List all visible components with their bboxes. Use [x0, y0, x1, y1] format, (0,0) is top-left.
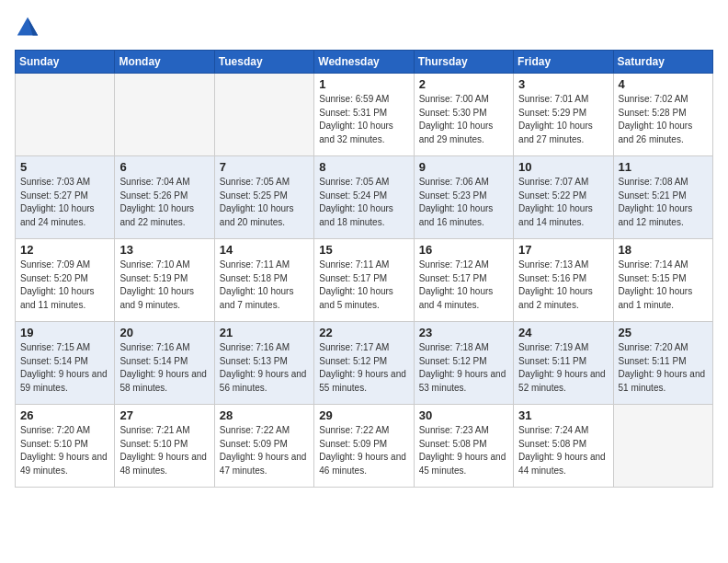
- calendar-week-row: 26Sunrise: 7:20 AM Sunset: 5:10 PM Dayli…: [16, 405, 713, 488]
- calendar-day-cell: 3Sunrise: 7:01 AM Sunset: 5:29 PM Daylig…: [514, 74, 613, 156]
- day-info: Sunrise: 7:24 AM Sunset: 5:08 PM Dayligh…: [518, 424, 608, 477]
- calendar-day-cell: 9Sunrise: 7:06 AM Sunset: 5:23 PM Daylig…: [414, 156, 513, 239]
- day-number: 8: [319, 160, 408, 174]
- day-number: 4: [619, 77, 708, 91]
- day-info: Sunrise: 7:19 AM Sunset: 5:11 PM Dayligh…: [518, 341, 608, 395]
- day-number: 10: [518, 160, 608, 174]
- calendar-week-row: 12Sunrise: 7:09 AM Sunset: 5:20 PM Dayli…: [16, 239, 713, 322]
- calendar-day-cell: 5Sunrise: 7:03 AM Sunset: 5:27 PM Daylig…: [16, 156, 115, 239]
- calendar-table: SundayMondayTuesdayWednesdayThursdayFrid…: [15, 50, 713, 488]
- calendar-week-row: 19Sunrise: 7:15 AM Sunset: 5:14 PM Dayli…: [16, 322, 713, 405]
- day-number: 6: [119, 160, 209, 174]
- calendar-day-cell: 8Sunrise: 7:05 AM Sunset: 5:24 PM Daylig…: [314, 156, 414, 239]
- calendar-day-cell: [613, 405, 712, 488]
- day-info: Sunrise: 7:11 AM Sunset: 5:18 PM Dayligh…: [220, 259, 309, 312]
- day-info: Sunrise: 7:05 AM Sunset: 5:25 PM Dayligh…: [220, 176, 309, 229]
- calendar-day-cell: [16, 74, 115, 156]
- day-number: 5: [20, 160, 109, 174]
- day-number: 11: [619, 160, 708, 174]
- calendar-week-row: 5Sunrise: 7:03 AM Sunset: 5:27 PM Daylig…: [16, 156, 713, 239]
- day-info: Sunrise: 7:16 AM Sunset: 5:13 PM Dayligh…: [220, 341, 309, 395]
- weekday-header-saturday: Saturday: [613, 51, 712, 74]
- calendar-day-cell: 31Sunrise: 7:24 AM Sunset: 5:08 PM Dayli…: [514, 405, 613, 488]
- day-number: 9: [419, 160, 508, 174]
- day-info: Sunrise: 7:22 AM Sunset: 5:09 PM Dayligh…: [220, 424, 309, 477]
- day-number: 30: [419, 408, 508, 422]
- day-info: Sunrise: 7:18 AM Sunset: 5:12 PM Dayligh…: [419, 341, 508, 395]
- day-number: 24: [518, 326, 608, 339]
- calendar-day-cell: [115, 74, 214, 156]
- calendar-day-cell: 19Sunrise: 7:15 AM Sunset: 5:14 PM Dayli…: [16, 322, 115, 405]
- day-info: Sunrise: 7:07 AM Sunset: 5:22 PM Dayligh…: [518, 176, 608, 229]
- day-info: Sunrise: 7:14 AM Sunset: 5:15 PM Dayligh…: [619, 259, 708, 312]
- logo: [15, 15, 44, 40]
- day-info: Sunrise: 7:11 AM Sunset: 5:17 PM Dayligh…: [319, 259, 408, 312]
- day-number: 12: [20, 243, 109, 257]
- calendar-day-cell: 29Sunrise: 7:22 AM Sunset: 5:09 PM Dayli…: [314, 405, 414, 488]
- day-number: 14: [220, 243, 309, 257]
- calendar-day-cell: 6Sunrise: 7:04 AM Sunset: 5:26 PM Daylig…: [115, 156, 214, 239]
- day-number: 21: [220, 326, 309, 339]
- day-info: Sunrise: 6:59 AM Sunset: 5:31 PM Dayligh…: [319, 93, 408, 146]
- day-number: 29: [319, 408, 408, 422]
- day-number: 13: [119, 243, 209, 257]
- day-number: 15: [319, 243, 408, 257]
- day-info: Sunrise: 7:01 AM Sunset: 5:29 PM Dayligh…: [518, 93, 608, 146]
- day-number: 28: [220, 408, 309, 422]
- header: [15, 15, 713, 40]
- calendar-day-cell: 14Sunrise: 7:11 AM Sunset: 5:18 PM Dayli…: [214, 239, 313, 322]
- day-number: 22: [319, 326, 408, 339]
- calendar-day-cell: 28Sunrise: 7:22 AM Sunset: 5:09 PM Dayli…: [214, 405, 313, 488]
- calendar-day-cell: 20Sunrise: 7:16 AM Sunset: 5:14 PM Dayli…: [115, 322, 214, 405]
- calendar-page: SundayMondayTuesdayWednesdayThursdayFrid…: [0, 0, 728, 497]
- day-info: Sunrise: 7:00 AM Sunset: 5:30 PM Dayligh…: [419, 93, 508, 146]
- calendar-header-row: SundayMondayTuesdayWednesdayThursdayFrid…: [16, 51, 713, 74]
- calendar-day-cell: 10Sunrise: 7:07 AM Sunset: 5:22 PM Dayli…: [514, 156, 613, 239]
- day-number: 7: [220, 160, 309, 174]
- day-info: Sunrise: 7:09 AM Sunset: 5:20 PM Dayligh…: [20, 259, 109, 312]
- day-info: Sunrise: 7:08 AM Sunset: 5:21 PM Dayligh…: [619, 176, 708, 229]
- calendar-day-cell: 23Sunrise: 7:18 AM Sunset: 5:12 PM Dayli…: [414, 322, 513, 405]
- calendar-day-cell: [214, 74, 313, 156]
- day-number: 31: [518, 408, 608, 422]
- day-info: Sunrise: 7:05 AM Sunset: 5:24 PM Dayligh…: [319, 176, 408, 229]
- calendar-day-cell: 22Sunrise: 7:17 AM Sunset: 5:12 PM Dayli…: [314, 322, 414, 405]
- weekday-header-friday: Friday: [514, 51, 613, 74]
- day-number: 3: [518, 77, 608, 91]
- day-info: Sunrise: 7:10 AM Sunset: 5:19 PM Dayligh…: [119, 259, 209, 312]
- day-number: 17: [518, 243, 608, 257]
- day-info: Sunrise: 7:13 AM Sunset: 5:16 PM Dayligh…: [518, 259, 608, 312]
- calendar-day-cell: 2Sunrise: 7:00 AM Sunset: 5:30 PM Daylig…: [414, 74, 513, 156]
- calendar-day-cell: 30Sunrise: 7:23 AM Sunset: 5:08 PM Dayli…: [414, 405, 513, 488]
- day-number: 1: [319, 77, 408, 91]
- day-number: 27: [119, 408, 209, 422]
- day-info: Sunrise: 7:06 AM Sunset: 5:23 PM Dayligh…: [419, 176, 508, 229]
- day-info: Sunrise: 7:21 AM Sunset: 5:10 PM Dayligh…: [119, 424, 209, 477]
- day-info: Sunrise: 7:23 AM Sunset: 5:08 PM Dayligh…: [419, 424, 508, 477]
- calendar-day-cell: 16Sunrise: 7:12 AM Sunset: 5:17 PM Dayli…: [414, 239, 513, 322]
- day-info: Sunrise: 7:20 AM Sunset: 5:10 PM Dayligh…: [20, 424, 109, 477]
- day-info: Sunrise: 7:03 AM Sunset: 5:27 PM Dayligh…: [20, 176, 109, 229]
- calendar-day-cell: 17Sunrise: 7:13 AM Sunset: 5:16 PM Dayli…: [514, 239, 613, 322]
- calendar-day-cell: 4Sunrise: 7:02 AM Sunset: 5:28 PM Daylig…: [613, 74, 712, 156]
- day-number: 26: [20, 408, 109, 422]
- weekday-header-monday: Monday: [115, 51, 214, 74]
- day-info: Sunrise: 7:22 AM Sunset: 5:09 PM Dayligh…: [319, 424, 408, 477]
- calendar-day-cell: 27Sunrise: 7:21 AM Sunset: 5:10 PM Dayli…: [115, 405, 214, 488]
- weekday-header-wednesday: Wednesday: [314, 51, 414, 74]
- day-number: 25: [619, 326, 708, 339]
- calendar-day-cell: 21Sunrise: 7:16 AM Sunset: 5:13 PM Dayli…: [214, 322, 313, 405]
- day-info: Sunrise: 7:15 AM Sunset: 5:14 PM Dayligh…: [20, 341, 109, 395]
- day-number: 23: [419, 326, 508, 339]
- calendar-day-cell: 7Sunrise: 7:05 AM Sunset: 5:25 PM Daylig…: [214, 156, 313, 239]
- calendar-day-cell: 15Sunrise: 7:11 AM Sunset: 5:17 PM Dayli…: [314, 239, 414, 322]
- day-info: Sunrise: 7:12 AM Sunset: 5:17 PM Dayligh…: [419, 259, 508, 312]
- calendar-day-cell: 25Sunrise: 7:20 AM Sunset: 5:11 PM Dayli…: [613, 322, 712, 405]
- calendar-day-cell: 24Sunrise: 7:19 AM Sunset: 5:11 PM Dayli…: [514, 322, 613, 405]
- calendar-day-cell: 13Sunrise: 7:10 AM Sunset: 5:19 PM Dayli…: [115, 239, 214, 322]
- day-number: 2: [419, 77, 508, 91]
- day-number: 16: [419, 243, 508, 257]
- day-number: 18: [619, 243, 708, 257]
- day-number: 20: [119, 326, 209, 339]
- calendar-day-cell: 11Sunrise: 7:08 AM Sunset: 5:21 PM Dayli…: [613, 156, 712, 239]
